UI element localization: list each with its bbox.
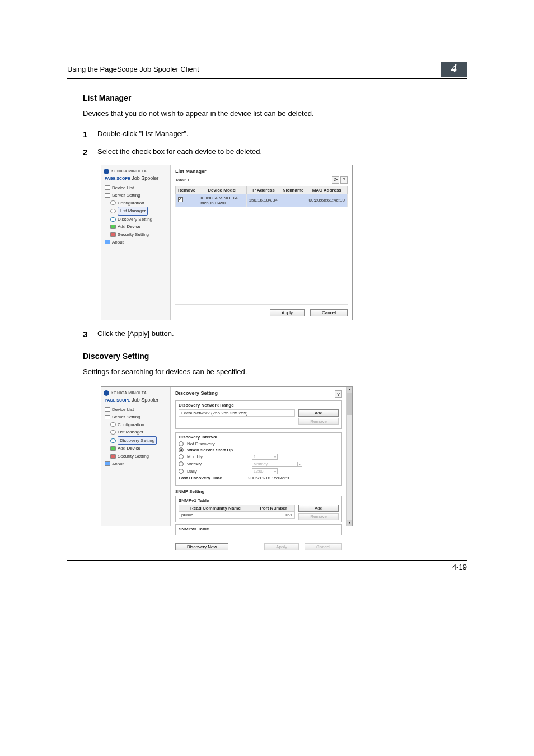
snmpv1-title: SNMPv1 Table <box>179 498 339 503</box>
main-panel-list-manager: List Manager Total: 1 ⟳ ? Remove Device … <box>171 165 352 320</box>
discovery-now-button[interactable]: Discovery Now <box>175 543 228 550</box>
radio-when-start[interactable] <box>179 447 184 452</box>
search-icon <box>110 217 116 222</box>
snmpv3-title: SNMPv3 Table <box>179 526 339 531</box>
col-ip[interactable]: IP Address <box>246 186 280 194</box>
nav-server-setting[interactable]: Server Setting <box>104 192 168 199</box>
lock-icon <box>110 454 116 459</box>
scroll-up-icon[interactable]: ▴ <box>347 387 352 393</box>
brand-product-name: Job Spooler <box>132 175 158 181</box>
nav-configuration[interactable]: Configuration <box>104 421 168 429</box>
cell-mac: 00:20:6b:61:4e:10 <box>306 194 348 207</box>
nav-list-manager[interactable]: List Manager <box>104 207 168 216</box>
monthly-input[interactable]: 1▾ <box>252 454 278 460</box>
brand-name: KONICA MINOLTA <box>111 169 147 173</box>
header-title: Using the PageScope Job Spooler Client <box>67 65 199 73</box>
gear-icon <box>110 422 116 427</box>
page-footer: 4-19 <box>67 560 467 571</box>
radio-not-discovery[interactable] <box>179 441 184 446</box>
list-manager-intro: Devices that you do not wish to appear i… <box>83 108 467 119</box>
last-discovery-value: 2005/11/18 15:04:29 <box>248 475 289 480</box>
radio-daily[interactable] <box>179 469 184 474</box>
table-row[interactable]: KONICA MINOLTA bizhub C450 150.16.184.34… <box>176 194 348 207</box>
table-row[interactable]: Local Network (255.255.255.255) <box>179 409 295 416</box>
cancel-button[interactable]: Cancel <box>310 309 348 316</box>
step-number: 2 <box>83 146 91 159</box>
add-button[interactable]: Add <box>298 409 339 417</box>
step-3: 3 Click the [Apply] button. <box>83 328 467 341</box>
nav-list-manager[interactable]: List Manager <box>104 428 168 436</box>
nav-discovery-setting[interactable]: Discovery Setting <box>104 436 168 445</box>
nav-add-device[interactable]: Add Device <box>104 445 168 452</box>
nav-about[interactable]: About <box>104 239 168 246</box>
brand-product: PAGE SCOPE Job Spooler <box>105 175 168 181</box>
scroll-thumb[interactable] <box>347 393 352 415</box>
folder-icon <box>105 193 110 198</box>
page-number: 4-19 <box>452 563 467 571</box>
nav-device-list[interactable]: Device List <box>104 184 168 192</box>
last-discovery-label: Last Discovery Time <box>179 475 245 480</box>
remove-checkbox[interactable] <box>178 197 183 202</box>
help-button[interactable]: ? <box>335 390 342 398</box>
brand-row: KONICA MINOLTA <box>104 169 168 174</box>
refresh-icon: ⟳ <box>334 177 338 183</box>
col-nick[interactable]: Nickname <box>280 186 306 194</box>
brand-name: KONICA MINOLTA <box>111 391 147 395</box>
nav-sidebar: KONICA MINOLTA PAGE SCOPE Job Spooler De… <box>101 165 171 320</box>
col-read-community[interactable]: Read Community Name <box>179 505 252 511</box>
nav-security-setting[interactable]: Security Setting <box>104 231 168 239</box>
main-panel-discovery: Discovery Setting ? Discovery Network Ra… <box>171 387 346 526</box>
nav-security-setting[interactable]: Security Setting <box>104 452 168 460</box>
apply-button[interactable]: Apply <box>270 309 305 316</box>
apply-button[interactable]: Apply <box>264 543 299 550</box>
scroll-down-icon[interactable]: ▾ <box>347 520 352 526</box>
add-button[interactable]: Add <box>298 505 339 512</box>
cell-ip: 150.16.184.34 <box>246 194 280 207</box>
col-remove[interactable]: Remove <box>176 186 198 194</box>
search-icon <box>110 438 116 443</box>
brand-prefix: PAGE SCOPE <box>105 176 130 180</box>
radio-monthly[interactable] <box>179 454 184 459</box>
col-mac[interactable]: MAC Address <box>306 186 348 194</box>
cell-model: KONICA MINOLTA bizhub C450 <box>198 194 246 207</box>
col-port-number[interactable]: Port Number <box>252 505 295 511</box>
chevron-down-icon: ▾ <box>273 469 276 473</box>
cancel-button[interactable]: Cancel <box>305 543 342 550</box>
cell-read-community: public <box>179 511 252 518</box>
nav-about[interactable]: About <box>104 460 168 468</box>
step-text: Click the [Apply] button. <box>97 328 174 341</box>
help-icon: ? <box>337 391 340 397</box>
nav-configuration[interactable]: Configuration <box>104 199 168 207</box>
cell-nick <box>280 194 306 207</box>
folder-icon <box>105 415 110 419</box>
interval-block: Discovery Interval Not Discovery When Se… <box>175 432 342 486</box>
info-icon <box>105 461 110 466</box>
scrollbar[interactable]: ▴ ▾ <box>346 387 352 526</box>
remove-button[interactable]: Remove <box>298 513 339 520</box>
info-icon <box>105 240 110 244</box>
page-header: Using the PageScope Job Spooler Client 4 <box>67 62 467 79</box>
help-button[interactable]: ? <box>340 176 348 184</box>
brand-prefix: PAGE SCOPE <box>105 398 130 402</box>
discovery-intro: Settings for searching for devices can b… <box>83 366 467 377</box>
radio-weekly[interactable] <box>179 461 184 466</box>
brand-product: PAGE SCOPE Job Spooler <box>105 397 168 403</box>
nav-device-list[interactable]: Device List <box>104 406 168 414</box>
daily-input[interactable]: 13:00▾ <box>252 468 278 474</box>
brand-dot-icon <box>104 169 109 174</box>
chevron-down-icon: ▾ <box>273 455 276 459</box>
nav-server-setting[interactable]: Server Setting <box>104 413 168 421</box>
gear-icon <box>110 430 116 435</box>
remove-button[interactable]: Remove <box>298 418 339 425</box>
nav-discovery-setting[interactable]: Discovery Setting <box>104 216 168 223</box>
nav-add-device[interactable]: Add Device <box>104 223 168 231</box>
col-model[interactable]: Device Model <box>198 186 246 194</box>
help-icon: ? <box>343 177 345 183</box>
lock-icon <box>110 232 116 237</box>
step-text: Select the check box for each device to … <box>97 146 262 159</box>
table-row[interactable]: public161 <box>179 511 295 518</box>
weekly-select[interactable]: Monday▾ <box>252 461 302 467</box>
refresh-button[interactable]: ⟳ <box>332 176 339 184</box>
step-text: Double-click "List Manager". <box>97 128 188 141</box>
snmpv1-table: Read Community NamePort Number public161 <box>179 505 295 519</box>
